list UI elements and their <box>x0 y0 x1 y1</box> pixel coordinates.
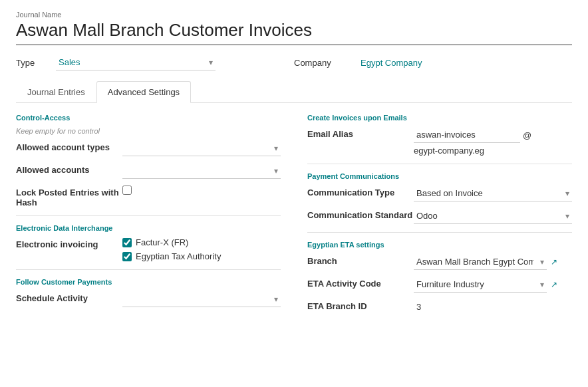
right-column: Create Invoices upon Emails Email Alias … <box>294 114 572 321</box>
schedule-activity-label: Schedule Activity <box>16 291 122 303</box>
allowed-accounts-select[interactable] <box>122 163 281 179</box>
email-input-wrapper: @ <box>414 127 531 143</box>
communication-type-row: Communication Type Based on Invoice ▾ <box>307 186 572 201</box>
facturx-label: Factur-X (FR) <box>136 237 188 247</box>
lock-posted-checkbox-wrapper <box>122 186 132 195</box>
company-link[interactable]: Egypt Company <box>361 58 422 68</box>
eta-activity-code-inner: Furniture Industry ▾ <box>414 277 547 293</box>
communication-type-wrapper: Based on Invoice ▾ <box>414 186 572 201</box>
tab-journal-entries[interactable]: Journal Entries <box>16 81 96 103</box>
allowed-account-types-wrapper: ▾ <box>122 140 281 156</box>
schedule-activity-select[interactable] <box>122 291 281 307</box>
communication-type-label: Communication Type <box>307 186 414 197</box>
separator-1 <box>16 215 281 216</box>
type-label: Type <box>16 58 56 68</box>
company-label: Company <box>294 58 361 68</box>
facturx-checkbox[interactable] <box>122 238 132 247</box>
tab-advanced-settings[interactable]: Advanced Settings <box>96 81 191 103</box>
allowed-account-types-row: Allowed account types ▾ <box>16 140 281 156</box>
eta-activity-code-wrapper: Furniture Industry ▾ ↗ <box>414 277 557 293</box>
email-alias-values: @ egypt-company.eg <box>414 127 531 156</box>
control-access-subtitle: Keep empty for no control <box>16 127 281 135</box>
allowed-accounts-row: Allowed accounts ▾ <box>16 163 281 179</box>
eta-label: Egyptian Tax Authority <box>136 251 221 261</box>
branch-select-inner: Aswan Mall Branch Egypt Company ▾ <box>414 254 547 270</box>
eta-activity-code-external-link-icon[interactable]: ↗ <box>551 280 557 289</box>
eta-checkbox[interactable] <box>122 252 132 261</box>
payment-communications-title: Payment Communications <box>307 172 572 180</box>
follow-customer-title: Follow Customer Payments <box>16 278 281 286</box>
communication-standard-select[interactable]: Odoo <box>414 208 572 224</box>
separator-2 <box>16 269 281 270</box>
branch-select-wrapper: Aswan Mall Branch Egypt Company ▾ ↗ <box>414 254 557 270</box>
type-select-wrapper: Sales ▾ <box>56 55 216 70</box>
branch-label: Branch <box>307 254 414 266</box>
type-part: Type Sales ▾ <box>16 55 294 70</box>
eta-settings-title: Egyptian ETA settings <box>307 241 572 249</box>
communication-standard-row: Communication Standard Odoo ▾ <box>307 208 572 224</box>
lock-posted-row: Lock Posted Entries with Hash <box>16 186 281 207</box>
lock-posted-checkbox[interactable] <box>122 186 132 195</box>
separator-3 <box>307 164 572 164</box>
branch-external-link-icon[interactable]: ↗ <box>551 257 557 267</box>
electronic-invoicing-row: Electronic invoicing Factur-X (FR) Egypt… <box>16 237 281 261</box>
edi-title: Electronic Data Interchange <box>16 224 281 232</box>
facturx-item: Factur-X (FR) <box>122 237 221 247</box>
type-company-row: Type Sales ▾ Company Egypt Company <box>16 55 572 70</box>
email-alias-label: Email Alias <box>307 127 414 139</box>
allowed-accounts-wrapper: ▾ <box>122 163 281 179</box>
lock-posted-label: Lock Posted Entries with Hash <box>16 186 122 207</box>
electronic-invoicing-label: Electronic invoicing <box>16 237 122 249</box>
branch-select[interactable]: Aswan Mall Branch Egypt Company <box>414 254 547 270</box>
eta-item: Egyptian Tax Authority <box>122 251 221 261</box>
schedule-activity-row: Schedule Activity ▾ <box>16 291 281 307</box>
schedule-activity-wrapper: ▾ <box>122 291 281 307</box>
type-select[interactable]: Sales <box>56 55 216 70</box>
journal-name-label: Journal Name <box>16 11 572 19</box>
communication-type-select[interactable]: Based on Invoice <box>414 186 572 201</box>
allowed-account-types-select[interactable] <box>122 140 281 156</box>
tabs-row: Journal Entries Advanced Settings <box>16 81 572 103</box>
content-area: Control-Access Keep empty for no control… <box>16 103 572 332</box>
communication-standard-wrapper: Odoo ▾ <box>414 208 572 224</box>
journal-title: Aswan Mall Branch Customer Invoices <box>16 20 572 45</box>
eta-branch-id-value: 3 <box>414 299 424 315</box>
email-alias-row: Email Alias @ egypt-company.eg <box>307 127 572 156</box>
eta-activity-code-label: ETA Activity Code <box>307 277 414 289</box>
at-symbol: @ <box>523 130 531 140</box>
company-part: Company Egypt Company <box>294 58 572 68</box>
email-alias-input[interactable] <box>414 127 520 143</box>
branch-row: Branch Aswan Mall Branch Egypt Company ▾… <box>307 254 572 270</box>
create-invoices-title: Create Invoices upon Emails <box>307 114 572 122</box>
electronic-invoicing-options: Factur-X (FR) Egyptian Tax Authority <box>122 237 221 261</box>
eta-branch-id-row: ETA Branch ID 3 <box>307 299 572 315</box>
allowed-account-types-label: Allowed account types <box>16 140 122 152</box>
email-domain: egypt-company.eg <box>414 146 531 156</box>
control-access-title: Control-Access <box>16 114 281 122</box>
eta-activity-code-row: ETA Activity Code Furniture Industry ▾ ↗ <box>307 277 572 293</box>
left-column: Control-Access Keep empty for no control… <box>16 114 294 321</box>
page-container: Journal Name Aswan Mall Branch Customer … <box>0 0 588 342</box>
allowed-accounts-label: Allowed accounts <box>16 163 122 175</box>
eta-activity-code-select[interactable]: Furniture Industry <box>414 277 547 293</box>
eta-branch-id-label: ETA Branch ID <box>307 299 414 311</box>
communication-standard-label: Communication Standard <box>307 208 414 220</box>
separator-4 <box>307 232 572 233</box>
